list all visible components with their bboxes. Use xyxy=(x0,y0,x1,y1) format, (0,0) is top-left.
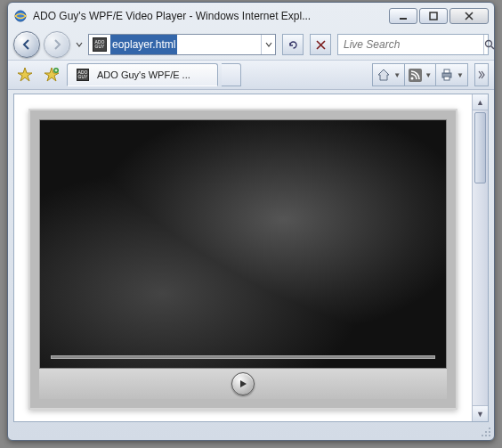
content-area: ▲ ▼ xyxy=(13,94,489,422)
rss-icon xyxy=(409,69,422,82)
search-box[interactable] xyxy=(337,34,489,55)
svg-point-10 xyxy=(489,428,490,429)
add-favorite-button[interactable] xyxy=(40,63,63,86)
tab-favicon: ADO GUY xyxy=(77,69,89,81)
status-bar xyxy=(13,424,489,436)
svg-point-12 xyxy=(489,431,490,433)
back-arrow-icon xyxy=(20,38,33,51)
window-title: ADO Guy's WPF/E Video Player - Windows I… xyxy=(33,10,389,22)
close-button[interactable] xyxy=(449,8,489,24)
svg-point-3 xyxy=(486,40,492,46)
svg-point-6 xyxy=(411,77,414,79)
chevron-down-icon: ▼ xyxy=(457,71,464,79)
svg-point-13 xyxy=(482,435,483,436)
minimize-icon xyxy=(399,12,408,20)
search-icon xyxy=(484,39,496,51)
svg-point-11 xyxy=(485,431,487,433)
resize-grip-icon xyxy=(480,426,492,438)
svg-rect-2 xyxy=(430,12,437,20)
page-favicon: ADO GUY xyxy=(93,37,107,52)
back-button[interactable] xyxy=(13,31,40,58)
favorites-center-button[interactable] xyxy=(13,63,36,86)
chevron-down-icon xyxy=(265,41,272,48)
player-controls xyxy=(39,369,447,399)
scroll-up-button[interactable]: ▲ xyxy=(473,94,488,110)
maximize-button[interactable] xyxy=(419,8,448,24)
favicon-text: ADO GUY xyxy=(93,40,106,49)
vertical-scrollbar[interactable]: ▲ ▼ xyxy=(472,94,488,421)
browser-window: ADO Guy's WPF/E Video Player - Windows I… xyxy=(7,2,495,441)
print-button[interactable]: ▼ xyxy=(435,63,468,86)
stop-x-icon xyxy=(316,40,326,50)
video-player xyxy=(28,109,457,410)
svg-point-15 xyxy=(489,435,490,436)
address-input[interactable]: eoplayer.html xyxy=(110,35,177,54)
address-dropdown[interactable] xyxy=(261,35,275,54)
svg-point-14 xyxy=(485,435,487,436)
tab-toolbar: ADO GUY ADO Guy's WPF/E ... ▼ ▼ ▼ xyxy=(8,60,494,90)
favicon-text: ADO GUY xyxy=(77,70,88,79)
address-bar[interactable]: ADO GUY eoplayer.html xyxy=(88,34,276,55)
progress-bar[interactable] xyxy=(51,355,435,359)
maximize-icon xyxy=(429,12,438,20)
star-icon xyxy=(17,67,33,83)
scroll-track[interactable] xyxy=(473,110,488,405)
search-input[interactable] xyxy=(338,35,483,54)
chevron-down-icon xyxy=(76,41,83,48)
page-viewport[interactable] xyxy=(14,94,472,421)
forward-arrow-icon xyxy=(51,38,63,51)
window-controls xyxy=(389,8,489,24)
home-icon xyxy=(376,68,391,82)
chevron-down-icon: ▼ xyxy=(393,71,401,79)
resize-grip[interactable] xyxy=(480,426,492,438)
svg-rect-1 xyxy=(400,18,407,20)
feeds-button[interactable]: ▼ xyxy=(404,63,435,86)
svg-rect-9 xyxy=(444,77,449,80)
home-button[interactable]: ▼ xyxy=(372,63,404,86)
svg-point-0 xyxy=(15,11,26,21)
play-icon xyxy=(239,379,247,388)
close-icon xyxy=(465,12,474,20)
title-bar[interactable]: ADO Guy's WPF/E Video Player - Windows I… xyxy=(8,3,494,29)
video-surface[interactable] xyxy=(39,119,447,369)
svg-rect-8 xyxy=(444,69,449,73)
minimize-button[interactable] xyxy=(389,8,417,24)
tab-title: ADO Guy's WPF/E ... xyxy=(97,69,212,80)
play-button[interactable] xyxy=(231,372,255,395)
print-icon xyxy=(440,68,454,82)
toolbar-overflow-button[interactable] xyxy=(474,63,489,86)
navigation-bar: ADO GUY eoplayer.html xyxy=(8,29,494,60)
new-tab-button[interactable] xyxy=(222,63,241,86)
chevron-down-icon: ▼ xyxy=(425,71,432,79)
command-bar: ▼ ▼ ▼ xyxy=(372,63,468,86)
forward-button[interactable] xyxy=(44,31,70,58)
chevron-right-double-icon xyxy=(478,69,485,80)
browser-tab[interactable]: ADO GUY ADO Guy's WPF/E ... xyxy=(67,63,218,86)
scroll-thumb[interactable] xyxy=(474,112,486,183)
refresh-icon xyxy=(287,39,299,51)
refresh-button[interactable] xyxy=(282,34,304,55)
scroll-down-button[interactable]: ▼ xyxy=(473,405,488,421)
ie-app-icon xyxy=(13,9,28,23)
stop-button[interactable] xyxy=(310,34,331,55)
recent-pages-dropdown[interactable] xyxy=(74,35,85,54)
search-go-button[interactable] xyxy=(483,35,496,54)
star-plus-icon xyxy=(44,67,60,83)
